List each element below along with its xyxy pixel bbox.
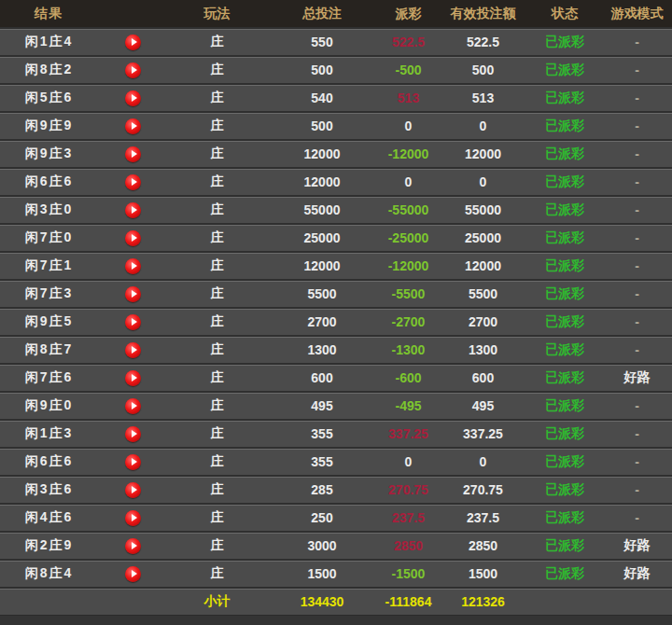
replay-cell <box>98 286 168 302</box>
play-triangle-icon <box>132 374 137 382</box>
play-triangle-icon <box>132 402 137 410</box>
table-row: 闲7庄1 庄 12000 -12000 12000 已派彩 - <box>0 251 672 279</box>
table-row: 闲3庄0 庄 55000 -55000 55000 已派彩 - <box>0 195 672 223</box>
method-cell: 庄 <box>168 565 266 582</box>
play-icon[interactable] <box>125 482 141 498</box>
total-bet-cell: 285 <box>266 482 378 497</box>
status-badge: 已派彩 <box>527 229 602 246</box>
play-icon[interactable] <box>125 566 141 582</box>
table-row: 闲9庄0 庄 495 -495 495 已派彩 - <box>0 391 672 419</box>
subtotal-valid-bet: 121326 <box>439 594 527 609</box>
table-row: 闲8庄2 庄 500 -500 500 已派彩 - <box>0 55 672 83</box>
game-mode-cell: - <box>602 258 672 273</box>
play-icon[interactable] <box>125 342 141 358</box>
replay-cell <box>98 202 168 218</box>
valid-bet-cell: 5500 <box>439 286 527 301</box>
play-icon[interactable] <box>125 538 141 554</box>
total-bet-cell: 495 <box>266 398 378 413</box>
play-triangle-icon <box>132 346 137 354</box>
method-cell: 庄 <box>168 201 266 218</box>
result-cell: 闲1庄4 <box>0 34 98 50</box>
method-cell: 庄 <box>168 146 266 162</box>
valid-bet-cell: 12000 <box>439 146 527 161</box>
method-cell: 庄 <box>168 341 266 358</box>
play-icon[interactable] <box>125 510 141 526</box>
status-badge: 已派彩 <box>527 201 602 218</box>
status-badge: 已派彩 <box>527 341 602 358</box>
method-cell: 庄 <box>168 118 266 134</box>
replay-cell <box>98 146 168 162</box>
result-cell: 闲2庄9 <box>0 537 98 554</box>
play-icon[interactable] <box>125 314 141 330</box>
valid-bet-cell: 270.75 <box>439 482 527 497</box>
replay-cell <box>98 510 168 526</box>
method-cell: 庄 <box>168 453 266 470</box>
play-triangle-icon <box>132 514 137 521</box>
table-row: 闲6庄6 庄 355 0 0 已派彩 - <box>0 447 672 475</box>
play-icon[interactable] <box>125 146 141 162</box>
play-icon[interactable] <box>125 370 141 386</box>
valid-bet-cell: 2850 <box>439 538 527 553</box>
game-mode-cell: - <box>602 286 672 301</box>
result-cell: 闲8庄7 <box>0 341 98 358</box>
table-row: 闲7庄0 庄 25000 -25000 25000 已派彩 - <box>0 223 672 251</box>
table-row: 闲9庄9 庄 500 0 0 已派彩 - <box>0 111 672 139</box>
replay-cell <box>98 398 168 414</box>
game-mode-cell: - <box>602 398 672 413</box>
game-mode-cell: - <box>602 314 672 329</box>
table-row: 闲6庄6 庄 12000 0 0 已派彩 - <box>0 167 672 195</box>
play-icon[interactable] <box>125 118 141 134</box>
result-cell: 闲9庄3 <box>0 146 98 162</box>
valid-bet-cell: 522.5 <box>439 35 527 49</box>
game-mode-cell: - <box>602 510 672 525</box>
valid-bet-cell: 513 <box>439 90 527 105</box>
total-bet-cell: 250 <box>266 510 378 525</box>
play-triangle-icon <box>132 94 137 102</box>
total-bet-cell: 12000 <box>266 174 378 189</box>
result-cell: 闲5庄6 <box>0 90 98 106</box>
total-bet-cell: 500 <box>266 118 378 133</box>
status-badge: 已派彩 <box>527 397 602 414</box>
play-icon[interactable] <box>125 202 141 218</box>
play-triangle-icon <box>132 178 137 186</box>
play-icon[interactable] <box>125 90 141 106</box>
game-mode-cell: - <box>602 426 672 441</box>
method-cell: 庄 <box>168 369 266 386</box>
play-icon[interactable] <box>125 35 141 50</box>
payout-cell: 522.5 <box>378 35 439 49</box>
valid-bet-cell: 12000 <box>439 258 527 273</box>
game-mode-cell: 好路 <box>602 537 672 554</box>
result-cell: 闲7庄1 <box>0 257 98 274</box>
subtotal-label: 小计 <box>168 593 266 610</box>
header-status: 状态 <box>527 6 602 22</box>
total-bet-cell: 355 <box>266 454 378 469</box>
play-icon[interactable] <box>125 230 141 246</box>
replay-cell <box>98 566 168 582</box>
payout-cell: 0 <box>378 174 439 189</box>
play-triangle-icon <box>132 206 137 214</box>
play-icon[interactable] <box>125 426 141 442</box>
game-mode-cell: - <box>602 62 672 77</box>
method-cell: 庄 <box>168 229 266 246</box>
status-badge: 已派彩 <box>527 62 602 78</box>
total-bet-cell: 55000 <box>266 202 378 217</box>
result-cell: 闲7庄6 <box>0 369 98 386</box>
play-icon[interactable] <box>125 258 141 274</box>
play-icon[interactable] <box>125 174 141 190</box>
replay-cell <box>98 426 168 442</box>
valid-bet-cell: 337.25 <box>439 426 527 441</box>
play-icon[interactable] <box>125 62 141 78</box>
play-icon[interactable] <box>125 454 141 470</box>
play-icon[interactable] <box>125 286 141 302</box>
header-game-mode: 游戏模式 <box>602 6 672 22</box>
valid-bet-cell: 237.5 <box>439 510 527 525</box>
play-icon[interactable] <box>125 398 141 414</box>
total-bet-cell: 2700 <box>266 314 378 329</box>
status-badge: 已派彩 <box>527 257 602 274</box>
method-cell: 庄 <box>168 257 266 274</box>
game-mode-cell: 好路 <box>602 369 672 386</box>
result-cell: 闲4庄6 <box>0 509 98 526</box>
payout-cell: 337.25 <box>378 426 439 441</box>
payout-cell: 0 <box>378 454 439 469</box>
play-triangle-icon <box>132 150 137 158</box>
